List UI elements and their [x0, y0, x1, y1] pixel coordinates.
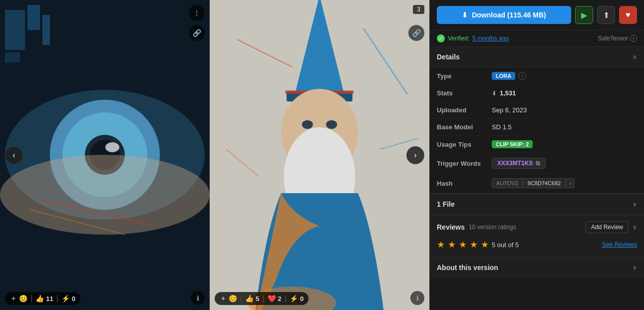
about-header[interactable]: About this version ∨	[430, 257, 644, 279]
gallery-area: ⋮ 🔗 ‹ ＋ 😊 | 👍 11 | ⚡ 0 ℹ	[0, 0, 429, 310]
uploaded-label: Uploaded	[437, 106, 492, 114]
clip-skip-tag: CLIP SKIP: 2	[492, 140, 533, 148]
file-chevron-icon: ∨	[633, 201, 637, 208]
basemodel-label: Base Model	[437, 123, 492, 131]
base-model-name: SD 1.5	[492, 123, 512, 131]
stats-label: Stats	[437, 89, 492, 97]
download-label: Download (115.46 MB)	[472, 11, 546, 19]
reviews-left: Reviews 10 version ratings	[437, 223, 516, 231]
page-indicator: 3	[413, 5, 424, 14]
upload-date: Sep 6, 2023	[492, 106, 527, 114]
reviews-header: Reviews 10 version ratings Add Review ∨	[430, 215, 644, 239]
reviews-right: Add Review ∨	[586, 221, 637, 233]
stats-count: 1,531	[500, 89, 516, 97]
reviews-section: Reviews 10 version ratings Add Review ∨ …	[430, 215, 644, 256]
ratings-count: 10 version ratings	[469, 224, 516, 231]
info-button-2[interactable]: ℹ	[410, 291, 424, 305]
download-icon: ⬇	[462, 11, 468, 19]
verified-time-link[interactable]: 5 months ago	[472, 35, 509, 42]
verified-icon: ✓	[437, 34, 445, 42]
detail-row-stats: Stats ⬇ 1,531	[430, 85, 644, 102]
detail-row-usagetips: Usage Tips CLIP SKIP: 2	[430, 136, 644, 153]
info-button-1[interactable]: ℹ	[191, 291, 205, 305]
add-reaction-button-2[interactable]: ＋	[220, 294, 227, 303]
details-chevron-icon: ∧	[633, 53, 637, 60]
hearts-count-2: 2	[278, 295, 282, 303]
image-card-1: ⋮ 🔗 ‹ ＋ 😊 | 👍 11 | ⚡ 0 ℹ	[0, 0, 210, 310]
hash-box: AUTOV2 9C8D74C682 ›	[492, 178, 575, 188]
hash-code: 9C8D74C682	[523, 178, 567, 188]
star-3: ★	[459, 239, 467, 250]
file-section-title: 1 File	[437, 200, 455, 208]
verified-badge: ✓ Verified: 5 months ago	[437, 34, 509, 42]
add-review-button[interactable]: Add Review	[586, 221, 629, 233]
card2-reactions: ＋ 😊 | 👍 5 | ❤️ 2 | ⚡ 0	[215, 292, 309, 305]
details-title: Details	[437, 53, 460, 61]
about-title: About this version	[437, 264, 498, 272]
thumbs-count-1: 11	[46, 295, 53, 303]
details-section-header[interactable]: Details ∧	[430, 46, 644, 67]
download-stats-icon: ⬇	[492, 90, 497, 97]
right-panel: ⬇ Download (115.46 MB) ▶ ⬆ ♥ ✓ Verified:…	[429, 0, 644, 310]
hash-type: AUTOV2	[492, 178, 523, 188]
detail-row-triggerwords: Trigger Words XXX3MT1KS ⧉	[430, 153, 644, 174]
stars-row: ★ ★ ★ ★ ★ 5 out of 5 See Reviews	[430, 239, 644, 256]
divider3: |	[262, 294, 264, 303]
trigger-word-box: XXX3MT1KS ⧉	[492, 158, 546, 169]
download-button[interactable]: ⬇ Download (115.46 MB)	[437, 6, 571, 24]
usagetips-value: CLIP SKIP: 2	[492, 140, 533, 148]
lightning-count-1: 0	[72, 295, 75, 303]
card1-reactions: ＋ 😊 | 👍 11 | ⚡ 0	[5, 292, 80, 305]
play-button[interactable]: ▶	[575, 6, 593, 24]
score-text: 5 out of 5	[492, 241, 519, 249]
safetensor-label: SafeTensor i	[598, 35, 637, 42]
detail-row-hash: Hash AUTOV2 9C8D74C682 ›	[430, 174, 644, 193]
trigger-word: XXX3MT1KS	[497, 160, 533, 167]
star-2: ★	[448, 239, 456, 250]
verified-label: Verified:	[448, 35, 469, 42]
detail-row-uploaded: Uploaded Sep 6, 2023	[430, 102, 644, 119]
thumbs-count-2: 5	[256, 295, 259, 303]
svg-point-22	[326, 120, 337, 129]
reviews-title: Reviews	[437, 223, 465, 231]
divider2: |	[240, 294, 242, 303]
details-table: Type LORA i Stats ⬇ 1,531 Uploaded Sep 6…	[430, 67, 644, 193]
file-section: 1 File ∨	[430, 193, 644, 215]
divider4: |	[285, 294, 287, 303]
reviews-chevron-icon: ∨	[633, 224, 637, 231]
favorite-button[interactable]: ♥	[619, 6, 637, 24]
triggerwords-label: Trigger Words	[437, 160, 492, 167]
info-icon: i	[630, 35, 637, 42]
bookmark-button-2[interactable]: 🔗	[408, 25, 424, 41]
svg-point-10	[105, 142, 119, 152]
emoji-button-1[interactable]: 😊	[19, 295, 27, 303]
svg-point-21	[302, 120, 313, 129]
gallery-prev-button[interactable]: ‹	[5, 146, 23, 164]
lightning-count-2: 0	[300, 295, 304, 303]
triggerwords-value: XXX3MT1KS ⧉	[492, 158, 546, 169]
about-section: About this version ∨	[430, 256, 644, 279]
svg-rect-4	[5, 52, 20, 62]
divider: |	[30, 294, 32, 303]
hash-value: AUTOV2 9C8D74C682 ›	[492, 178, 575, 188]
share-button[interactable]: ⬆	[597, 6, 615, 24]
file-section-header[interactable]: 1 File ∨	[430, 194, 644, 215]
about-chevron-icon: ∨	[633, 264, 637, 271]
usagetips-label: Usage Tips	[437, 141, 492, 148]
see-reviews-link[interactable]: See Reviews	[602, 241, 637, 248]
svg-point-12	[0, 155, 210, 235]
info-icon-type[interactable]: i	[518, 72, 526, 80]
reaction-bar-1: ＋ 😊 | 👍 11 | ⚡ 0	[5, 292, 80, 305]
hash-expand-button[interactable]: ›	[566, 178, 575, 188]
svg-rect-1	[5, 10, 25, 50]
more-options-button[interactable]: ⋮	[189, 5, 205, 21]
gallery-next-button[interactable]: ›	[406, 146, 424, 164]
image-card-2: 3 🔗 › ＋ 😊 | 👍 5 | ❤️ 2 | ⚡ 0 ℹ	[210, 0, 429, 310]
star-4: ★	[470, 239, 478, 250]
bookmark-button-1[interactable]: 🔗	[189, 25, 205, 41]
copy-trigger-button[interactable]: ⧉	[536, 160, 540, 167]
emoji-button-2[interactable]: 😊	[229, 295, 237, 303]
add-reaction-button-1[interactable]: ＋	[10, 294, 17, 303]
hash-label: Hash	[437, 180, 492, 187]
type-label: Type	[437, 72, 492, 80]
